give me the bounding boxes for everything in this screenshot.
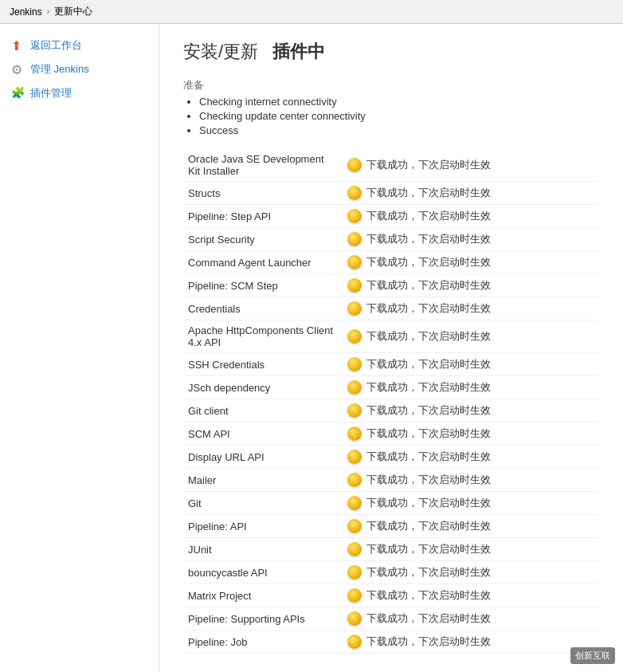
status-icon <box>347 357 362 371</box>
plugin-name: JUnit <box>183 538 343 561</box>
status-text: 下载成功，下次启动时生效 <box>366 450 491 464</box>
table-row: Pipeline: Step API 下载成功，下次启动时生效 <box>183 205 599 228</box>
table-row: Mailer 下载成功，下次启动时生效 <box>183 469 599 492</box>
plugin-name: Credentials <box>183 297 343 320</box>
plugin-status: 下载成功，下次启动时生效 <box>343 251 599 274</box>
table-row: Pipeline: Job 下载成功，下次启动时生效 <box>183 631 599 654</box>
status-text: 下载成功，下次启动时生效 <box>366 588 491 603</box>
plugin-status: 下载成功，下次启动时生效 <box>343 422 599 446</box>
status-text: 下载成功，下次启动时生效 <box>366 496 491 510</box>
table-row: Apache HttpComponents Client 4.x API 下载成… <box>183 320 599 353</box>
sidebar-item-manage[interactable]: 管理 Jenkins <box>0 57 159 81</box>
breadcrumb-separator: › <box>47 7 49 16</box>
status-icon <box>347 209 362 223</box>
plugin-status: 下载成功，下次启动时生效 <box>343 353 599 376</box>
status-text: 下载成功，下次启动时生效 <box>366 186 491 200</box>
breadcrumb-root[interactable]: Jenkins <box>10 6 42 18</box>
plugin-name: JSch dependency <box>183 376 343 399</box>
prep-checks-list: Checking internet connectivity Checking … <box>199 96 599 136</box>
status-icon <box>347 542 362 556</box>
table-row: Structs 下载成功，下次启动时生效 <box>183 182 599 205</box>
plugin-name: Git client <box>183 399 343 422</box>
sidebar: 返回工作台 管理 Jenkins 插件管理 <box>0 24 159 672</box>
status-text: 下载成功，下次启动时生效 <box>366 635 491 649</box>
plugin-status: 下载成功，下次启动时生效 <box>343 376 599 399</box>
up-arrow-icon <box>11 38 25 53</box>
plugin-name: Structs <box>183 182 343 205</box>
plugin-status: 下载成功，下次启动时生效 <box>343 446 599 469</box>
plugin-status: 下载成功，下次启动时生效 <box>343 492 599 515</box>
table-row: Credentials 下载成功，下次启动时生效 <box>183 297 599 320</box>
sidebar-item-back-label: 返回工作台 <box>30 38 82 53</box>
plugin-status: 下载成功，下次启动时生效 <box>343 584 599 607</box>
plugin-list: Oracle Java SE Development Kit Installer… <box>183 149 599 654</box>
plugin-name: Script Security <box>183 228 343 251</box>
status-text: 下载成功，下次启动时生效 <box>366 255 491 269</box>
status-text: 下载成功，下次启动时生效 <box>366 158 491 172</box>
plugin-name: SCM API <box>183 422 343 446</box>
plugin-status: 下载成功，下次启动时生效 <box>343 515 599 538</box>
plugin-status: 下载成功，下次启动时生效 <box>343 297 599 320</box>
table-row: bouncycastle API 下载成功，下次启动时生效 <box>183 561 599 584</box>
plugin-name: Pipeline: Step API <box>183 205 343 228</box>
plugin-status: 下载成功，下次启动时生效 <box>343 182 599 205</box>
status-icon <box>347 473 362 487</box>
plugin-status: 下载成功，下次启动时生效 <box>343 228 599 251</box>
table-row: Pipeline: SCM Step 下载成功，下次启动时生效 <box>183 274 599 297</box>
status-icon <box>347 329 362 344</box>
sidebar-item-back[interactable]: 返回工作台 <box>0 33 159 57</box>
status-icon <box>347 519 362 533</box>
plugin-name: Apache HttpComponents Client 4.x API <box>183 320 343 353</box>
table-row: SCM API 下载成功，下次启动时生效 <box>183 422 599 446</box>
status-text: 下载成功，下次启动时生效 <box>366 209 491 223</box>
plugin-name: Mailer <box>183 469 343 492</box>
status-text: 下载成功，下次启动时生效 <box>366 611 491 626</box>
table-row: JUnit 下载成功，下次启动时生效 <box>183 538 599 561</box>
status-text: 下载成功，下次启动时生效 <box>366 278 491 293</box>
puzzle-icon <box>11 86 25 100</box>
plugin-status: 下载成功，下次启动时生效 <box>343 631 599 654</box>
plugin-name: Pipeline: Job <box>183 631 343 654</box>
status-icon <box>347 403 362 418</box>
plugin-status: 下载成功，下次启动时生效 <box>343 274 599 297</box>
plugin-status: 下载成功，下次启动时生效 <box>343 607 599 631</box>
plugin-status: 下载成功，下次启动时生效 <box>343 320 599 353</box>
table-row: Pipeline: API 下载成功，下次启动时生效 <box>183 515 599 538</box>
status-icon <box>347 635 362 649</box>
sidebar-item-plugins[interactable]: 插件管理 <box>0 81 159 105</box>
table-row: Git 下载成功，下次启动时生效 <box>183 492 599 515</box>
plugin-name: bouncycastle API <box>183 561 343 584</box>
gear-icon <box>11 62 25 77</box>
status-text: 下载成功，下次启动时生效 <box>366 329 491 344</box>
plugin-name: Pipeline: SCM Step <box>183 274 343 297</box>
sidebar-item-manage-label: 管理 Jenkins <box>30 62 89 77</box>
status-icon <box>347 496 362 510</box>
plugin-name: Git <box>183 492 343 515</box>
status-icon <box>347 232 362 246</box>
status-text: 下载成功，下次启动时生效 <box>366 542 491 556</box>
status-text: 下载成功，下次启动时生效 <box>366 232 491 246</box>
table-row: SSH Credentials 下载成功，下次启动时生效 <box>183 353 599 376</box>
plugin-name: Oracle Java SE Development Kit Installer <box>183 149 343 182</box>
table-row: Git client 下载成功，下次启动时生效 <box>183 399 599 422</box>
sidebar-item-plugins-label: 插件管理 <box>30 86 72 100</box>
status-text: 下载成功，下次启动时生效 <box>366 301 491 316</box>
table-row: JSch dependency 下载成功，下次启动时生效 <box>183 376 599 399</box>
prep-check-1: Checking internet connectivity <box>199 96 599 108</box>
plugin-name: Pipeline: API <box>183 515 343 538</box>
status-text: 下载成功，下次启动时生效 <box>366 565 491 580</box>
plugin-status: 下载成功，下次启动时生效 <box>343 561 599 584</box>
plugin-name: Display URL API <box>183 446 343 469</box>
plugin-status: 下载成功，下次启动时生效 <box>343 149 599 182</box>
plugin-name: Pipeline: Supporting APIs <box>183 607 343 631</box>
page-title: 安装/更新 插件中 <box>183 40 599 64</box>
table-row: Oracle Java SE Development Kit Installer… <box>183 149 599 182</box>
title-prefix: 安装/更新 <box>183 41 258 61</box>
table-row: Command Agent Launcher 下载成功，下次启动时生效 <box>183 251 599 274</box>
status-text: 下载成功，下次启动时生效 <box>366 357 491 371</box>
status-icon <box>347 565 362 580</box>
watermark: 创新互联 <box>570 647 615 664</box>
status-icon <box>347 426 362 441</box>
plugin-status: 下载成功，下次启动时生效 <box>343 538 599 561</box>
plugin-status: 下载成功，下次启动时生效 <box>343 469 599 492</box>
